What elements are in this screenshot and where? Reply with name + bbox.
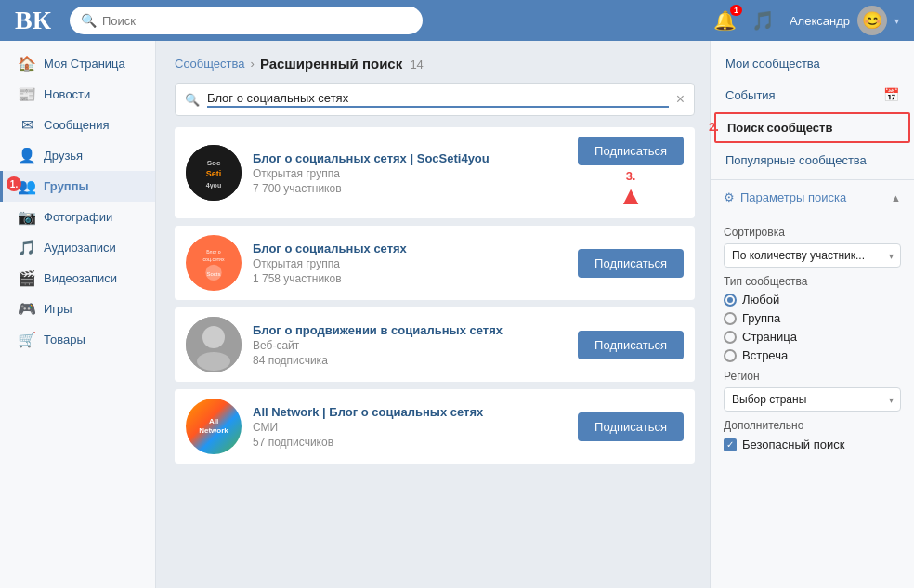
topbar-right: 🔔 1 🎵 Александр 😊 ▾	[713, 6, 899, 35]
radio-input	[724, 331, 737, 344]
result-item: Блог о продвижении в социальных сетях Ве…	[175, 307, 695, 382]
notifications-badge: 1	[730, 5, 742, 16]
video-icon: 🎬	[18, 269, 36, 287]
subscribe-button[interactable]: Подписаться	[578, 331, 684, 359]
sidebar-item-groups[interactable]: 👥 Группы 1.	[0, 171, 155, 202]
sidebar-label: Аудиозаписи	[44, 241, 116, 255]
svg-point-11	[197, 352, 230, 371]
rp-item-search[interactable]: 2. Поиск сообществ	[714, 112, 910, 143]
breadcrumb: Сообщества › Расширенный поиск 14	[175, 56, 695, 72]
sidebar-label: Товары	[44, 333, 85, 346]
music-icon[interactable]: 🎵	[751, 9, 775, 32]
sidebar-label: Фотографии	[44, 210, 112, 224]
sidebar-label: Игры	[44, 302, 72, 316]
radio-group[interactable]: Группа	[724, 311, 901, 325]
sidebar-item-audio[interactable]: 🎵 Аудиозаписи	[0, 232, 155, 263]
radio-input	[724, 349, 737, 362]
sidebar: 🏠 Моя Страница 📰 Новости ✉ Сообщения 👤 Д…	[0, 41, 156, 588]
friends-icon: 👤	[18, 147, 36, 164]
group-name[interactable]: Блог о социальных сетях | SocSeti4you	[253, 151, 567, 165]
step1-badge: 1.	[7, 176, 21, 191]
step2-label: 2.	[709, 120, 719, 134]
topbar-search-input[interactable]	[102, 14, 411, 28]
sidebar-item-games[interactable]: 🎮 Игры	[0, 294, 155, 324]
params-section: Сортировка По количеству участник... ▾ Т…	[711, 211, 914, 459]
main-content: Сообщества › Расширенный поиск 14 🔍 × So…	[156, 41, 710, 588]
rp-item-events[interactable]: События 📅	[711, 79, 914, 111]
group-avatar: Блог о соц.сетях Socts	[186, 235, 242, 291]
vk-logo[interactable]: ВК	[15, 6, 51, 35]
group-name[interactable]: All Network | Блог о социальных сетях	[253, 405, 567, 419]
params-filter-icon: ⚙	[724, 190, 735, 204]
community-search-bar[interactable]: 🔍 ×	[175, 83, 695, 116]
notifications-icon[interactable]: 🔔 1	[713, 9, 737, 32]
group-name[interactable]: Блог о социальных сетях	[253, 242, 567, 255]
radio-page[interactable]: Страница	[724, 330, 901, 344]
params-label: Параметры поиска	[740, 190, 846, 204]
result-info: Блог о социальных сетях | SocSeti4you От…	[253, 151, 567, 195]
breadcrumb-count: 14	[410, 58, 423, 72]
checkbox-input: ✓	[724, 438, 737, 451]
subscribe-button[interactable]: Подписаться	[578, 137, 684, 165]
rp-item-label: Поиск сообществ	[727, 121, 832, 135]
radio-input	[724, 294, 737, 307]
user-menu[interactable]: Александр 😊 ▾	[790, 6, 899, 35]
type-radio-group: Любой Группа Страница Встреча	[724, 293, 901, 362]
step3-annotation: 3. ▲	[618, 169, 644, 209]
group-name[interactable]: Блог о продвижении в социальных сетях	[253, 323, 567, 337]
svg-text:Seti: Seti	[206, 169, 222, 178]
group-members: 84 подписчика	[253, 354, 567, 367]
sidebar-item-my-page[interactable]: 🏠 Моя Страница	[0, 48, 155, 79]
group-members: 57 подписчиков	[253, 436, 567, 449]
group-members: 7 700 участников	[253, 182, 567, 195]
region-select[interactable]: Выбор страны	[724, 387, 901, 412]
sidebar-item-news[interactable]: 📰 Новости	[0, 79, 155, 110]
community-search-input[interactable]	[207, 91, 669, 108]
group-members: 1 758 участников	[253, 272, 567, 285]
svg-text:4you: 4you	[206, 182, 221, 189]
search-icon: 🔍	[81, 13, 97, 28]
sidebar-label: Видеозаписи	[44, 271, 117, 285]
params-header[interactable]: ⚙ Параметры поиска ▲	[711, 184, 914, 211]
home-icon: 🏠	[18, 55, 36, 72]
group-type: Открытая группа	[253, 257, 567, 270]
sidebar-item-photos[interactable]: 📷 Фотографии	[0, 202, 155, 232]
sidebar-label: Сообщения	[44, 118, 110, 132]
sidebar-label: Моя Страница	[44, 57, 125, 71]
safe-search-checkbox[interactable]: ✓ Безопасный поиск	[724, 438, 901, 451]
goods-icon: 🛒	[18, 331, 36, 348]
radio-label: Любой	[742, 293, 779, 307]
avatar: 😊	[857, 6, 887, 35]
photos-icon: 📷	[18, 208, 36, 226]
subscribe-button[interactable]: Подписаться	[578, 249, 684, 278]
sidebar-label: Друзья	[44, 149, 83, 163]
sort-select[interactable]: По количеству участник...	[724, 243, 901, 268]
sidebar-item-video[interactable]: 🎬 Видеозаписи	[0, 263, 155, 294]
avatar-text: AllNetwork	[199, 417, 228, 435]
radio-event[interactable]: Встреча	[724, 348, 901, 362]
result-info: Блог о социальных сетях Открытая группа …	[253, 242, 567, 285]
topbar-search-box[interactable]: 🔍	[70, 7, 423, 34]
svg-point-10	[202, 326, 225, 348]
rp-item-popular[interactable]: Популярные сообщества	[711, 145, 914, 176]
games-icon: 🎮	[18, 300, 36, 318]
radio-label: Страница	[742, 330, 797, 344]
type-label: Тип сообщества	[724, 275, 901, 288]
result-item: Soc Seti 4you Блог о социальных сетях | …	[175, 127, 695, 218]
rp-item-my-communities[interactable]: Мои сообщества	[711, 48, 914, 79]
radio-any[interactable]: Любой	[724, 293, 901, 307]
news-icon: 📰	[18, 85, 36, 103]
region-select-wrap: Выбор страны ▾	[724, 387, 901, 412]
sidebar-item-messages[interactable]: ✉ Сообщения	[0, 110, 155, 140]
subscribe-button[interactable]: Подписаться	[578, 412, 684, 441]
sidebar-label: Группы	[44, 179, 89, 193]
sidebar-item-goods[interactable]: 🛒 Товары	[0, 324, 155, 355]
sort-label: Сортировка	[724, 226, 901, 239]
breadcrumb-parent[interactable]: Сообщества	[175, 57, 245, 71]
radio-label: Встреча	[742, 348, 788, 362]
clear-search-icon[interactable]: ×	[676, 91, 685, 108]
region-label: Регион	[724, 370, 901, 383]
search-bar-icon: 🔍	[185, 93, 200, 107]
sidebar-label: Новости	[44, 87, 90, 101]
sidebar-item-friends[interactable]: 👤 Друзья	[0, 140, 155, 171]
